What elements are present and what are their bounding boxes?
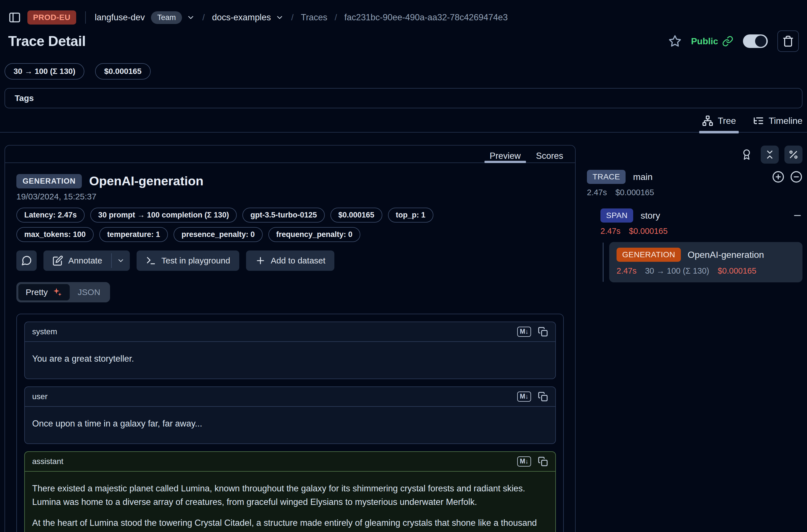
generation-cost: $0.000165	[717, 266, 756, 276]
annotate-split-button: Annotate	[43, 250, 130, 271]
environment-badge[interactable]: PROD-EU	[27, 11, 76, 24]
message-content: You are a great storyteller.	[25, 342, 555, 379]
tab-preview[interactable]: Preview	[490, 146, 521, 163]
add-to-dataset-label: Add to dataset	[271, 256, 325, 265]
trace-badge: TRACE	[587, 170, 625, 184]
view-tabs: Tree Timeline	[0, 115, 807, 133]
format-pretty-option[interactable]: Pretty	[18, 284, 70, 300]
trash-icon	[782, 35, 794, 47]
message-role: system	[32, 327, 57, 336]
assistant-paragraph: There existed a majestic planet called L…	[32, 482, 548, 509]
format-toggle: Pretty JSON	[16, 282, 110, 302]
project-switcher-chevron-icon[interactable]	[276, 13, 284, 22]
collapse-all-button[interactable]	[761, 146, 779, 164]
model-pill[interactable]: gpt-3.5-turbo-0125	[242, 208, 325, 223]
title-row: Trace Detail Public	[8, 31, 799, 52]
message-content: There existed a majestic planet called L…	[25, 472, 555, 532]
plus-icon	[255, 255, 266, 266]
metrics-percent-button[interactable]	[784, 146, 803, 164]
messages-container: system M↓ You are a great storyteller. u…	[16, 314, 564, 532]
copy-icon[interactable]	[538, 327, 548, 337]
message-assistant: assistant M↓ There existed a majestic pl…	[24, 451, 556, 532]
generation-latency: 2.47s	[617, 266, 637, 276]
chevron-down-icon	[117, 257, 125, 265]
format-json-option[interactable]: JSON	[70, 284, 108, 300]
sidebar-toggle-icon[interactable]	[8, 11, 21, 24]
tab-tree-label: Tree	[718, 116, 736, 126]
tab-tree[interactable]: Tree	[702, 115, 736, 132]
tree-node-trace[interactable]: TRACE main	[587, 170, 803, 184]
markdown-toggle-icon[interactable]: M↓	[517, 327, 531, 337]
span-cost: $0.000165	[629, 227, 668, 236]
public-toggle[interactable]	[743, 34, 768, 48]
generation-tokens: 30 → 100 (Σ 130)	[645, 266, 709, 276]
span-metrics: 2.47s $0.000165	[600, 227, 803, 236]
breadcrumb-separator: /	[291, 13, 294, 22]
zoom-out-icon[interactable]	[790, 171, 803, 183]
tree-controls	[587, 146, 803, 164]
tags-container[interactable]: Tags	[4, 88, 803, 108]
span-name: story	[640, 210, 660, 221]
top-p-pill[interactable]: top_p: 1	[388, 208, 433, 223]
tree-connector-line	[603, 243, 604, 282]
max-tokens-pill[interactable]: max_tokens: 100	[16, 227, 94, 242]
public-link[interactable]: Public	[691, 36, 733, 47]
breadcrumb-section-traces[interactable]: Traces	[301, 13, 327, 23]
observation-header: GENERATION OpenAI-generation	[16, 174, 564, 188]
token-usage-pill[interactable]: 30 → 100 (Σ 130)	[4, 63, 85, 79]
page-title: Trace Detail	[8, 33, 86, 49]
annotate-dropdown-button[interactable]	[112, 250, 130, 271]
annotate-button[interactable]: Annotate	[43, 250, 111, 271]
comment-button[interactable]	[16, 250, 37, 271]
cost-pill[interactable]: $0.000165	[331, 208, 382, 223]
tree-node-generation-selected[interactable]: GENERATION OpenAI-generation 2.47s 30 → …	[609, 242, 803, 282]
total-cost-pill[interactable]: $0.000165	[95, 63, 150, 79]
tree-node-span[interactable]: SPAN story	[600, 208, 803, 223]
span-badge: SPAN	[600, 208, 633, 223]
observation-preview-card: Preview Scores GENERATION OpenAI-generat…	[4, 145, 576, 532]
bookmark-star-icon[interactable]	[669, 35, 681, 48]
breadcrumb-trace-id: fac231bc-90ee-490a-aa32-78c4269474e3	[344, 13, 508, 23]
copy-icon[interactable]	[538, 456, 548, 467]
panel-tabs: Preview Scores	[5, 146, 575, 163]
tab-scores[interactable]: Scores	[536, 146, 563, 163]
breadcrumb-divider	[85, 11, 86, 24]
tags-label: Tags	[15, 93, 34, 103]
observation-actions: Annotate Test in playground	[16, 250, 564, 271]
markdown-toggle-icon[interactable]: M↓	[517, 456, 531, 466]
copy-icon[interactable]	[538, 392, 548, 402]
award-icon[interactable]	[741, 149, 752, 160]
collapse-node-minus-icon[interactable]	[792, 210, 803, 221]
chevrons-down-up-icon	[764, 149, 775, 160]
test-in-playground-button[interactable]: Test in playground	[136, 250, 239, 271]
zoom-in-icon[interactable]	[772, 171, 784, 183]
message-role: assistant	[32, 457, 63, 466]
add-to-dataset-button[interactable]: Add to dataset	[246, 250, 334, 271]
trace-latency: 2.47s	[587, 188, 607, 197]
breadcrumb-org[interactable]: langfuse-dev	[95, 13, 145, 23]
terminal-icon	[146, 255, 156, 266]
comment-icon	[21, 255, 32, 266]
observation-param-pills: Latency: 2.47s 30 prompt → 100 completio…	[16, 208, 456, 242]
latency-pill[interactable]: Latency: 2.47s	[16, 208, 85, 223]
sparkles-icon	[52, 287, 62, 297]
trace-metrics: 2.47s $0.000165	[587, 188, 803, 197]
generation-name: OpenAI-generation	[688, 250, 764, 260]
link-icon	[722, 36, 733, 47]
frequency-penalty-pill[interactable]: frequency_penalty: 0	[268, 227, 360, 242]
trace-name: main	[633, 172, 652, 182]
temperature-pill[interactable]: temperature: 1	[99, 227, 168, 242]
assistant-paragraph: At the heart of Lumina stood the towerin…	[32, 516, 548, 532]
observation-timestamp: 19/03/2024, 15:25:37	[16, 192, 564, 202]
presence-penalty-pill[interactable]: presence_penalty: 0	[173, 227, 263, 242]
token-usage-pill[interactable]: 30 prompt → 100 completion (Σ 130)	[90, 208, 237, 223]
breadcrumb-project[interactable]: docs-examples	[212, 13, 271, 23]
markdown-toggle-icon[interactable]: M↓	[517, 392, 531, 401]
delete-trace-button[interactable]	[777, 31, 799, 52]
message-content: Once upon a time in a galaxy far, far aw…	[25, 407, 555, 443]
org-switcher-chevron-icon[interactable]	[187, 13, 195, 22]
annotate-label: Annotate	[68, 256, 102, 265]
tab-timeline[interactable]: Timeline	[753, 115, 803, 132]
breadcrumb-separator: /	[202, 13, 205, 22]
playground-label: Test in playground	[162, 256, 230, 265]
